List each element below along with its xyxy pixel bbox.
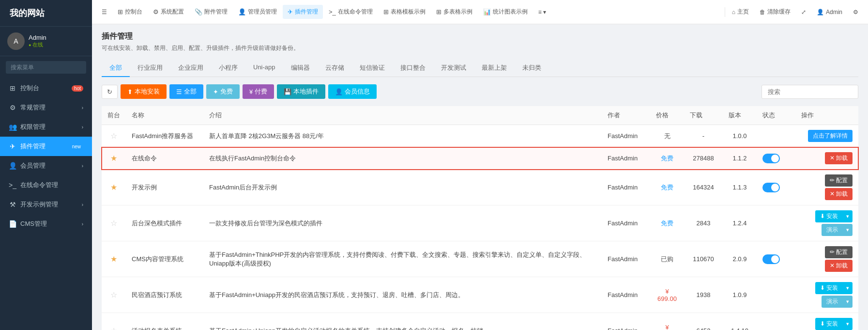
- status-toggle[interactable]: [762, 254, 780, 264]
- tab-devtest[interactable]: 开发测试: [433, 60, 474, 77]
- action-demo-button[interactable]: 演示: [822, 224, 843, 236]
- cell-name: FastAdmin推荐服务器: [126, 125, 203, 147]
- action-demo-arrow-button[interactable]: ▾: [843, 224, 853, 236]
- paid-button[interactable]: ¥ 付费: [243, 84, 274, 99]
- refresh-button[interactable]: ↻: [102, 85, 118, 99]
- status-toggle[interactable]: [762, 183, 780, 192]
- tab-sms[interactable]: 短信验证: [352, 60, 393, 77]
- topnav-more[interactable]: ≡ ▾: [533, 6, 551, 18]
- action-demo-arrow-button[interactable]: ▾: [843, 296, 853, 308]
- topnav-cmdmgr[interactable]: >_ 在线命令管理: [324, 5, 378, 19]
- site-name: 我的网站: [10, 8, 45, 18]
- avatar: A: [7, 32, 25, 50]
- action-install-button[interactable]: ⬇ 安装: [815, 318, 843, 330]
- star-icon: ★: [110, 255, 117, 263]
- topnav-home[interactable]: ⌂ 主页: [727, 5, 754, 19]
- table-row: ★在线命令在线执行FastAdmin控制台命令FastAdmin免费278488…: [102, 147, 858, 170]
- topnav-chart[interactable]: 📊 统计图表示例: [478, 5, 533, 19]
- sidebar-item-plugin[interactable]: ✈ 插件管理 new: [0, 137, 92, 156]
- topnav-fullscreen[interactable]: ⤢: [796, 6, 811, 18]
- all-button[interactable]: ☰ 全部: [169, 84, 203, 99]
- chevron-down-icon: ›: [82, 105, 83, 110]
- cell-name: 在线命令: [126, 147, 203, 170]
- devexample-icon: ⚒: [9, 201, 16, 208]
- sidebar-item-dashboard[interactable]: ⊞ 控制台 hot: [0, 79, 92, 98]
- cell-download: 1938: [684, 277, 723, 313]
- cell-front: ☆: [102, 277, 126, 313]
- topnav-tabletpl[interactable]: ⊞ 表格模板示例: [379, 5, 430, 19]
- sidebar-item-devexample[interactable]: ⚒ 开发示例管理 ›: [0, 195, 92, 214]
- sidebar-item-command[interactable]: >_ 在线命令管理: [0, 175, 92, 195]
- action-install-button[interactable]: ⬇ 安装: [815, 282, 843, 294]
- table-row: ☆民宿酒店预订系统基于FastAdmin+Uniapp开发的民宿酒店预订系统，支…: [102, 277, 858, 313]
- toolbar: ↻ ⬆ 本地安装 ☰ 全部 ✦ 免费 ¥ 付费 💾 本地插件 👤: [102, 84, 858, 99]
- tab-enterprise[interactable]: 企业应用: [170, 60, 211, 77]
- tab-cloudstorage[interactable]: 云存储: [318, 60, 352, 77]
- cell-action: ⬇ 安装▾演示▾: [795, 313, 858, 330]
- action-buttons: ✏ 配置✕ 卸载: [801, 246, 853, 272]
- sidebar-item-member[interactable]: 👤 会员管理 ›: [0, 156, 92, 175]
- topnav-admin-user[interactable]: 👤 Admin: [812, 6, 847, 18]
- action-install-arrow-button[interactable]: ▾: [843, 282, 853, 294]
- search-input[interactable]: [6, 61, 86, 74]
- topnav-multitable[interactable]: ⊞ 多表格示例: [431, 5, 477, 19]
- tab-uncategorized[interactable]: 未归类: [515, 60, 549, 77]
- sidebar-item-general[interactable]: ⚙ 常规管理 ›: [0, 98, 92, 117]
- sidebar-item-permission[interactable]: 👥 权限管理 ›: [0, 117, 92, 137]
- action-install-arrow-button[interactable]: ▾: [843, 210, 853, 222]
- plugin-search-input[interactable]: [761, 85, 858, 99]
- cell-price: 已购: [650, 241, 684, 277]
- member-info-button[interactable]: 👤 会员信息: [328, 84, 377, 99]
- cell-name: 民宿酒店预订系统: [126, 277, 203, 313]
- topnav-dashboard[interactable]: ⊞ 控制台: [113, 5, 147, 19]
- page-title: 插件管理: [102, 31, 858, 42]
- cell-front: ☆: [102, 313, 126, 330]
- status-toggle[interactable]: [762, 154, 780, 163]
- action-uninstall-button[interactable]: ✕ 卸载: [825, 152, 853, 164]
- topnav-clearcache[interactable]: 🗑 清除缓存: [755, 5, 795, 19]
- topnav-attachment[interactable]: 📎 附件管理: [190, 5, 232, 19]
- cell-price: 免费: [650, 170, 684, 205]
- topnav-adminmgr[interactable]: 👤 管理员管理: [233, 5, 282, 19]
- upload-icon: ⬆: [127, 88, 133, 95]
- cell-price: 无: [650, 125, 684, 147]
- action-install-arrow-button[interactable]: ▾: [843, 318, 853, 330]
- cell-price: 免费: [650, 205, 684, 241]
- topnav-sysconfig[interactable]: ⚙ 系统配置: [148, 5, 189, 19]
- hamburger-button[interactable]: ☰: [97, 6, 112, 18]
- tab-editor[interactable]: 编辑器: [283, 60, 318, 77]
- action-detail-button[interactable]: 点击了解详情: [808, 130, 853, 142]
- main-area: ☰ ⊞ 控制台 ⚙ 系统配置 📎 附件管理 👤 管理员管理 ✈ 插件管理 >_ …: [92, 0, 868, 330]
- action-install-button[interactable]: ⬇ 安装: [815, 210, 843, 222]
- star-icon: ☆: [110, 132, 117, 140]
- table-row: ☆活动报名表单系统基于FastAdmin+Uniapp开发的自定义活动报名的表单…: [102, 313, 858, 330]
- topnav-pluginmgr[interactable]: ✈ 插件管理: [283, 5, 323, 19]
- tab-industry[interactable]: 行业应用: [130, 60, 170, 77]
- cell-front: ★: [102, 170, 126, 205]
- action-uninstall-button[interactable]: ✕ 卸载: [825, 260, 853, 272]
- action-config-button[interactable]: ✏ 配置: [825, 246, 853, 258]
- local-plugin-button[interactable]: 💾 本地插件: [277, 84, 325, 99]
- table-row: ★开发示例FastAdmin后台开发示例FastAdmin免费1643241.1…: [102, 170, 858, 205]
- user-info: Admin 在线: [29, 34, 46, 48]
- cell-action: ✏ 配置✕ 卸载: [795, 170, 858, 205]
- cell-author: FastAdmin: [602, 147, 650, 170]
- tab-miniapp[interactable]: 小程序: [211, 60, 245, 77]
- action-uninstall-button[interactable]: ✕ 卸载: [825, 188, 853, 200]
- tab-uniapp[interactable]: Uni-app: [245, 60, 283, 77]
- sidebar-item-cms[interactable]: 📄 CMS管理 ›: [0, 214, 92, 234]
- star-icon: ☆: [110, 219, 117, 227]
- action-demo-button[interactable]: 演示: [822, 296, 843, 308]
- local-install-button[interactable]: ⬆ 本地安装: [121, 84, 167, 99]
- local-plugin-icon: 💾: [284, 88, 291, 95]
- action-config-button[interactable]: ✏ 配置: [825, 174, 853, 187]
- tab-all[interactable]: 全部: [102, 60, 130, 77]
- dashboard-icon: ⊞: [9, 84, 16, 92]
- topnav-settings[interactable]: ⚙: [848, 6, 863, 18]
- free-button[interactable]: ✦ 免费: [206, 84, 240, 99]
- sidebar-menu: ⊞ 控制台 hot ⚙ 常规管理 › 👥 权限管理 › ✈ 插件管理 new 👤…: [0, 79, 92, 330]
- tab-apiintegration[interactable]: 接口整合: [393, 60, 433, 77]
- tab-latest[interactable]: 最新上架: [474, 60, 515, 77]
- sidebar: 我的网站 A Admin 在线 ⊞ 控制台 hot ⚙ 常规管理 › 👥 权限管…: [0, 0, 92, 330]
- paid-icon: ¥: [249, 88, 253, 95]
